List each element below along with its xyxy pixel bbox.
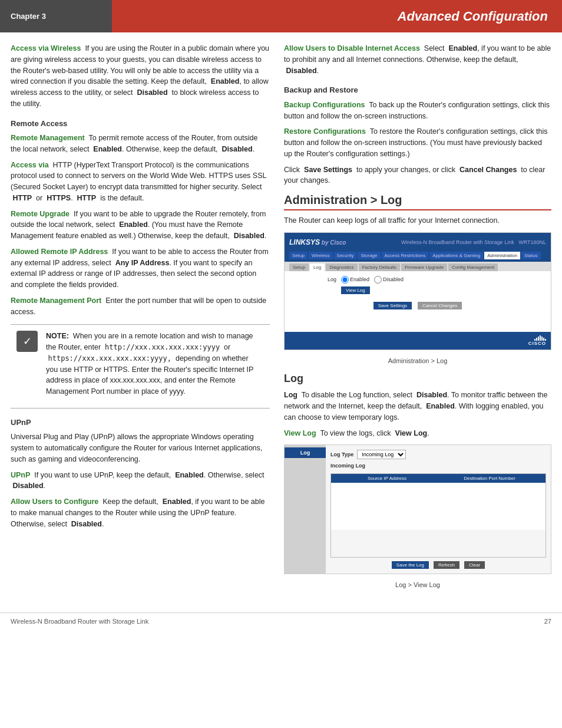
log-para: Log To disable the Log function, select … bbox=[284, 390, 551, 423]
col-source: Source IP Address bbox=[336, 476, 438, 481]
save-settings-text: Click bbox=[284, 166, 300, 174]
allow-configure-para: Allow Users to Configure Keep the defaul… bbox=[11, 496, 270, 529]
remote-upgrade-period: . bbox=[265, 232, 266, 240]
router-logo: LINKSYS by Cisco bbox=[289, 238, 346, 246]
tab-diagnostics[interactable]: Diagnostics bbox=[326, 263, 357, 271]
log-enabled-radio[interactable]: Enabled bbox=[341, 276, 369, 284]
remote-mgmt-enabled: Enabled bbox=[93, 145, 122, 153]
tab-config[interactable]: Config Management bbox=[448, 263, 498, 271]
save-settings-mid: to apply your changes, or click bbox=[356, 166, 455, 174]
bar5 bbox=[541, 337, 543, 341]
view-log-body: To view the logs, click bbox=[320, 429, 391, 437]
allow-configure-enabled: Enabled bbox=[163, 498, 191, 506]
upnp-body: Universal Plug and Play (UPnP) allows th… bbox=[11, 431, 270, 465]
allow-configure-body: Keep the default, bbox=[103, 498, 158, 506]
log-screenshot-inner: Log Log Type Incoming Log Incoming Log S… bbox=[285, 445, 551, 574]
access-wireless-enabled: Enabled bbox=[211, 77, 240, 85]
log-radio-group: Enabled Disabled bbox=[341, 276, 404, 284]
access-via-https: HTTPS bbox=[47, 194, 71, 202]
page-header: Chapter 3 Advanced Configuration bbox=[0, 0, 562, 32]
allow-disable-body: Select bbox=[424, 44, 445, 52]
admin-log-body: The Router can keep logs of all traffic … bbox=[284, 215, 551, 226]
upnp-period: . bbox=[44, 482, 45, 490]
log-enabled-input[interactable] bbox=[341, 276, 349, 284]
remote-access-heading: Remote Access bbox=[11, 118, 270, 130]
save-log-button[interactable]: Save the Log bbox=[392, 561, 429, 569]
allow-disable-para: Allow Users to Disable Internet Access S… bbox=[284, 43, 551, 76]
nav-administration[interactable]: Administration bbox=[484, 252, 520, 259]
nav-status[interactable]: Status bbox=[521, 252, 541, 259]
tab-factory[interactable]: Factory Defaults bbox=[359, 263, 400, 271]
title-bar: Advanced Configuration bbox=[112, 0, 562, 32]
upnp-text: If you want to use UPnP, keep the defaul… bbox=[34, 471, 171, 479]
log-field-label: Log bbox=[289, 276, 336, 282]
access-wireless-para: Access via Wireless If you are using the… bbox=[11, 43, 270, 110]
access-via-body: HTTP (HyperText Transport Protocol) is t… bbox=[11, 161, 266, 192]
cisco-text: CISCO bbox=[528, 341, 546, 346]
access-wireless-term: Access via Wireless bbox=[11, 44, 81, 52]
nav-security[interactable]: Security bbox=[334, 252, 357, 259]
cancel-changes-button[interactable]: Cancel Changes bbox=[418, 302, 462, 309]
clear-button[interactable]: Clear bbox=[464, 561, 485, 569]
access-via-or: or bbox=[36, 194, 42, 202]
tab-log[interactable]: Log bbox=[310, 263, 325, 271]
nav-setup[interactable]: Setup bbox=[289, 252, 308, 259]
allow-disable-period: . bbox=[317, 67, 319, 75]
allow-configure-period: . bbox=[102, 520, 104, 528]
log-disabled: Disabled bbox=[416, 391, 447, 399]
log-main-panel: Log Type Incoming Log Incoming Log Sourc… bbox=[326, 445, 551, 574]
nav-storage[interactable]: Storage bbox=[358, 252, 380, 259]
log-term: Log bbox=[284, 391, 297, 399]
router-model: Wireless-N Broadband Router with Storage… bbox=[401, 239, 546, 245]
view-log-row: View Log bbox=[289, 286, 546, 294]
chapter-label: Chapter 3 bbox=[0, 0, 112, 32]
router-btn-row: Save Settings Cancel Changes bbox=[289, 302, 546, 309]
admin-log-heading: Administration > Log bbox=[284, 193, 551, 210]
save-settings-para: Click Save Settings to apply your change… bbox=[284, 164, 551, 187]
router-screenshot: LINKSYS by Cisco Wireless-N Broadband Ro… bbox=[284, 232, 551, 350]
tab-setup[interactable]: Setup bbox=[289, 263, 309, 271]
col-dest: Destination Port Number bbox=[438, 476, 541, 481]
right-column: Allow Users to Disable Internet Access S… bbox=[284, 43, 551, 596]
incoming-log-label: Incoming Log bbox=[330, 463, 546, 469]
note-url2: https://xxx.xxx.xxx.xxx:yyyy, bbox=[48, 354, 171, 363]
remote-mgmt-term: Remote Management bbox=[11, 134, 85, 142]
upnp-enabled: Enabled bbox=[175, 471, 204, 479]
log-type-select[interactable]: Incoming Log bbox=[357, 450, 406, 459]
remote-upgrade-para: Remote Upgrade If you want to be able to… bbox=[11, 209, 270, 242]
router-body: Log Enabled Disabled View Log bbox=[285, 271, 551, 332]
log-disabled-radio[interactable]: Disabled bbox=[374, 276, 404, 284]
nav-access[interactable]: Access Restrictions bbox=[382, 252, 429, 259]
tab-firmware[interactable]: Firmware Upgrade bbox=[401, 263, 447, 271]
restore-config-term: Restore Configurations bbox=[284, 127, 366, 136]
log-view-caption: Log > View Log bbox=[284, 580, 551, 590]
nav-wireless[interactable]: Wireless bbox=[309, 252, 333, 259]
page-title: Advanced Configuration bbox=[398, 9, 548, 24]
router-nav: Setup Wireless Security Storage Access R… bbox=[285, 252, 551, 262]
nav-applications[interactable]: Applications & Gaming bbox=[429, 252, 483, 259]
bar3 bbox=[538, 337, 539, 341]
log-heading: Log bbox=[284, 373, 551, 385]
page-footer: Wireless-N Broadband Router with Storage… bbox=[0, 612, 562, 630]
log-disabled-input[interactable] bbox=[374, 276, 382, 284]
log-type-row: Log Type Incoming Log bbox=[330, 450, 546, 459]
remote-upgrade-term: Remote Upgrade bbox=[11, 210, 70, 218]
log-table-header: Source IP Address Destination Port Numbe… bbox=[331, 474, 546, 483]
upnp-term: UPnP bbox=[11, 471, 30, 479]
view-log-button[interactable]: View Log bbox=[341, 286, 370, 294]
log-screenshot: Log Log Type Incoming Log Incoming Log S… bbox=[284, 444, 551, 574]
remote-mgmt-period: . bbox=[253, 145, 254, 153]
refresh-button[interactable]: Refresh bbox=[434, 561, 459, 569]
bar4 bbox=[540, 335, 541, 341]
footer-page: 27 bbox=[544, 618, 551, 625]
save-settings-button[interactable]: Save Settings bbox=[373, 302, 412, 309]
remote-mgmt-disabled: Disabled bbox=[222, 145, 253, 153]
note-text: NOTE: When you are in a remote location … bbox=[46, 331, 262, 397]
log-row: Log Enabled Disabled bbox=[289, 276, 546, 284]
remote-upgrade-disabled: Disabled bbox=[234, 232, 265, 240]
log-enabled: Enabled bbox=[426, 402, 455, 410]
log-btn-row: Save the Log Refresh Clear bbox=[330, 561, 546, 569]
log-table: Source IP Address Destination Port Numbe… bbox=[330, 473, 546, 558]
backup-restore-heading: Backup and Restore bbox=[284, 84, 551, 96]
view-log-end: . bbox=[427, 429, 429, 437]
